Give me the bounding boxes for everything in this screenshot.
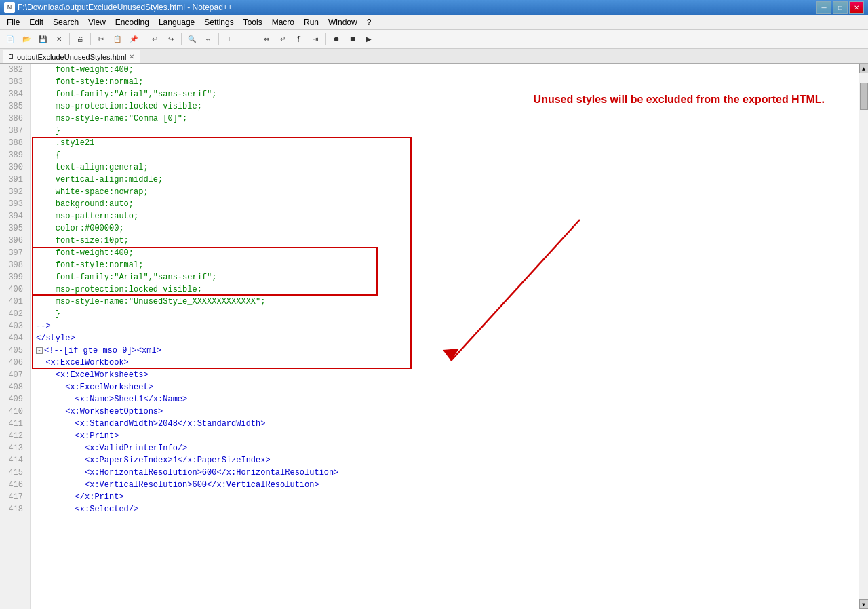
line-number-417: 417	[0, 491, 26, 503]
fold-indicator-405[interactable]: -	[36, 347, 43, 354]
all-chars-button[interactable]: ¶	[292, 32, 307, 47]
menu-search[interactable]: Search	[49, 16, 83, 28]
line-number-388: 388	[0, 137, 26, 149]
sync-scroll-button[interactable]: ⇔	[259, 32, 274, 47]
line-number-391: 391	[0, 174, 26, 186]
menu-view[interactable]: View	[84, 16, 110, 28]
close-all-button[interactable]: ✕	[52, 32, 66, 47]
code-line-415: <x:HorizontalResolution>600</x:Horizonta…	[36, 467, 859, 479]
print-button[interactable]: 🖨	[73, 32, 87, 47]
code-token: font-family:"Arial","sans-serif";	[36, 271, 216, 283]
code-token: <x:Print>	[36, 430, 119, 442]
macro-stop-button[interactable]: ⏹	[345, 32, 360, 47]
line-number-415: 415	[0, 467, 26, 479]
code-token: mso-protection:locked visible;	[36, 283, 202, 296]
cut-button[interactable]: ✂	[94, 32, 108, 47]
menu-window[interactable]: Window	[324, 16, 361, 28]
line-number-418: 418	[0, 503, 26, 515]
undo-button[interactable]: ↩	[147, 32, 162, 47]
code-token: mso-style-name:"UnusedStyle_XXXXXXXXXXXX…	[36, 296, 265, 308]
zoom-out-button[interactable]: −	[238, 32, 253, 47]
scroll-down-button[interactable]: ▼	[859, 599, 869, 609]
code-line-398: font-style:normal;	[36, 259, 859, 271]
file-tab[interactable]: 🗒 outputExcludeUnusedStyles.html ✕	[3, 50, 140, 63]
line-number-404: 404	[0, 332, 26, 344]
code-line-406: <x:ExcelWorkbook>	[36, 357, 859, 369]
menu-help[interactable]: ?	[363, 16, 376, 28]
menu-file[interactable]: File	[3, 16, 24, 28]
indent-button[interactable]: ⇥	[308, 32, 323, 47]
code-line-394: mso-pattern:auto;	[36, 210, 859, 222]
toolbar-sep2	[90, 33, 91, 45]
code-token: }	[36, 125, 60, 137]
code-token: vertical-align:middle;	[36, 174, 163, 186]
menu-run[interactable]: Run	[300, 16, 323, 28]
code-token: <x:WorksheetOptions>	[36, 406, 163, 418]
toolbar-sep6	[256, 33, 256, 45]
redo-button[interactable]: ↪	[163, 32, 178, 47]
line-number-412: 412	[0, 430, 26, 442]
code-token: .style21	[36, 137, 94, 149]
toolbar-sep7	[326, 33, 326, 45]
line-number-403: 403	[0, 320, 26, 332]
replace-button[interactable]: ↔	[201, 32, 216, 47]
line-number-394: 394	[0, 210, 26, 222]
code-line-389: {	[36, 149, 859, 161]
scroll-up-button[interactable]: ▲	[859, 64, 869, 73]
tab-close-button[interactable]: ✕	[129, 53, 134, 60]
zoom-in-button[interactable]: +	[222, 32, 237, 47]
code-line-403: -->	[36, 320, 859, 332]
menu-settings[interactable]: Settings	[200, 16, 237, 28]
code-token: font-weight:400;	[36, 64, 134, 76]
menu-tools[interactable]: Tools	[239, 16, 267, 28]
maximize-button[interactable]: □	[833, 1, 848, 14]
code-line-409: <x:Name>Sheet1</x:Name>	[36, 393, 859, 406]
toolbar-sep4	[181, 33, 182, 45]
code-token: color:#000000;	[36, 222, 124, 235]
editor: 3823833843853863873883893903913923933943…	[0, 64, 868, 609]
code-line-393: background:auto;	[36, 198, 859, 210]
code-line-414: <x:PaperSizeIndex>1</x:PaperSizeIndex>	[36, 454, 859, 467]
save-button[interactable]: 💾	[35, 32, 50, 47]
new-button[interactable]: 📄	[3, 32, 18, 47]
menu-macro[interactable]: Macro	[268, 16, 298, 28]
paste-button[interactable]: 📌	[126, 32, 141, 47]
menu-edit[interactable]: Edit	[25, 16, 47, 28]
code-line-399: font-family:"Arial","sans-serif";	[36, 271, 859, 283]
menu-encoding[interactable]: Encoding	[111, 16, 153, 28]
macro-rec-button[interactable]: ⏺	[329, 32, 344, 47]
code-token: <x:Name>Sheet1</x:Name>	[36, 393, 187, 406]
open-button[interactable]: 📂	[19, 32, 34, 47]
copy-button[interactable]: 📋	[110, 32, 125, 47]
minimize-button[interactable]: ─	[816, 1, 831, 14]
close-button[interactable]: ✕	[849, 1, 864, 14]
line-number-410: 410	[0, 406, 26, 418]
word-wrap-button[interactable]: ↵	[275, 32, 290, 47]
line-number-402: 402	[0, 308, 26, 320]
scrollbar[interactable]: ▲ ▼	[859, 64, 868, 609]
code-line-383: font-style:normal;	[36, 76, 859, 88]
code-token: font-size:10pt;	[36, 235, 129, 247]
code-area[interactable]: Unused styles will be excluded from the …	[31, 64, 859, 609]
tab-label: outputExcludeUnusedStyles.html	[17, 53, 126, 61]
code-token: }	[36, 308, 60, 320]
code-token: white-space:nowrap;	[36, 186, 149, 198]
scrollbar-thumb[interactable]	[860, 83, 868, 110]
menu-language[interactable]: Language	[155, 16, 199, 28]
code-line-390: text-align:general;	[36, 161, 859, 174]
line-number-393: 393	[0, 198, 26, 210]
line-number-416: 416	[0, 479, 26, 491]
code-token: <x:HorizontalResolution>600</x:Horizonta…	[36, 467, 338, 479]
line-number-407: 407	[0, 369, 26, 381]
code-token: mso-pattern:auto;	[36, 210, 138, 222]
code-token: <!--[if gte mso 9]><xml>	[44, 344, 161, 357]
macro-play-button[interactable]: ▶	[361, 32, 376, 47]
line-number-390: 390	[0, 161, 26, 174]
titlebar: N F:\Download\outputExcludeUnusedStyles.…	[0, 0, 868, 15]
code-line-387: }	[36, 125, 859, 137]
find-button[interactable]: 🔍	[184, 32, 199, 47]
line-number-395: 395	[0, 222, 26, 235]
app-icon: N	[4, 2, 15, 13]
code-line-408: <x:ExcelWorksheet>	[36, 381, 859, 393]
line-number-411: 411	[0, 418, 26, 430]
